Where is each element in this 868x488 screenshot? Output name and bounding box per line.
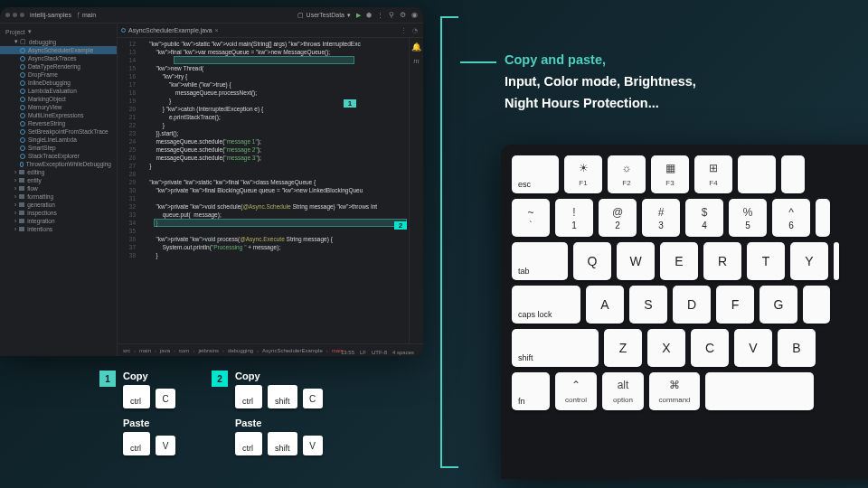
tree-item[interactable]: LambdaEvaluation [0,87,117,95]
project-panel-header[interactable]: Project ▾ [0,26,117,37]
keyboard-key[interactable]: !1 [555,199,593,237]
keyboard-key[interactable]: ☼F2 [608,155,646,193]
tree-folder[interactable]: › entity [0,176,117,184]
keyboard-key[interactable]: E [660,242,698,280]
callout-badge-1: 1 [344,99,356,108]
keyboard-key[interactable] [705,372,814,410]
bell-icon[interactable]: 🔔 [411,43,421,52]
keyboard-key[interactable]: #3 [642,199,680,237]
keyboard-key[interactable] [738,155,776,193]
tree-item[interactable]: AsyncStackTraces [0,54,117,62]
titlebar: intellij-samples ᚶ main ▢ UserTestData ▾… [0,7,423,23]
settings-icon[interactable]: ⚙ [400,11,406,19]
more-icon[interactable]: ⋮ [377,12,383,19]
keyboard-key[interactable]: ▦F3 [651,155,689,193]
tree-item[interactable]: DropFrame [0,70,117,79]
project-name[interactable]: intellij-samples [30,12,71,18]
shortcuts-panel: 1 Copy ctrlC Paste ctrlV 2 Copy ctrlshif… [99,371,323,455]
tree-item[interactable]: SetBreakpointFromStackTrace [0,127,117,136]
keyboard-key[interactable]: esc [512,155,559,193]
debug-icon[interactable]: ⬢ [366,12,372,19]
file-tab[interactable]: AsyncSchedulerExample.java× [121,27,219,33]
keyboard-key[interactable]: A [586,286,624,324]
tree-item[interactable]: InlineDebugging [0,79,117,87]
keyboard-key[interactable]: caps lock [512,286,580,324]
tree-folder[interactable]: › integration [0,217,117,225]
keyboard-key[interactable]: F [716,286,754,324]
keyboard-key[interactable]: ⌘command [649,372,700,410]
keyboard-key[interactable]: fn [512,372,550,410]
callout-bracket [440,16,458,468]
project-sidebar: Project ▾ ▾ ▢ debugging AsyncSchedulerEx… [0,23,118,356]
copy-label: Copy [235,371,323,381]
tree-folder[interactable]: › intentions [0,225,117,233]
tree-item[interactable]: MultiLineExpressions [0,111,117,119]
keyboard-key[interactable]: Z [604,329,642,367]
ai-icon[interactable]: m [413,57,420,65]
tree-folder[interactable]: › inspections [0,209,117,217]
keyboard-key[interactable]: X [647,329,685,367]
tree-folder[interactable]: › editing [0,168,117,176]
bell-icon[interactable]: ⋮ [401,27,407,34]
keyboard-key[interactable]: Q [573,242,611,280]
run-icon[interactable]: ▶ [356,12,361,19]
tree-folder[interactable]: ▾ ▢ debugging [0,37,117,46]
code-editor[interactable]: 1213141516171819202122232425262728293031… [118,38,423,343]
close-icon[interactable]: × [215,27,219,33]
tree-item[interactable]: SingleLineLambda [0,136,117,144]
notif-icon[interactable]: ◔ [412,27,418,34]
keyboard-key[interactable]: B [778,329,816,367]
editor-right-gutter: 🔔 m [409,38,423,343]
user-icon[interactable]: ◉ [411,11,418,19]
keyboard-key[interactable]: C [691,329,729,367]
shortcut-badge-1: 1 [99,371,116,387]
window-controls[interactable] [5,13,24,17]
key-C: C [303,389,323,408]
tree-item[interactable]: DataTypeRendering [0,62,117,70]
keyboard-key[interactable] [803,286,830,324]
key-V: V [303,436,323,455]
keyboard: esc☀F1☼F2▦F3⊞F4~`!1@2#3$4%5^6tabQWERTYca… [501,145,868,479]
keyboard-key[interactable]: tab [512,242,568,280]
keyboard-key[interactable]: altoption [602,372,644,410]
keyboard-key[interactable]: ⌃control [555,372,597,410]
tree-item[interactable]: StackTraceExplorer [0,152,117,160]
keyboard-key[interactable]: Y [790,242,828,280]
tree-folder[interactable]: › formatting [0,192,117,201]
keyboard-key[interactable] [816,199,830,237]
keyboard-key[interactable]: ~` [512,199,550,237]
key-V: V [156,436,175,455]
keyboard-key[interactable]: W [617,242,655,280]
key-ctrl: ctrl [123,432,150,455]
paste-label: Paste [123,418,175,428]
keyboard-key[interactable]: V [734,329,772,367]
tree-item[interactable]: AsyncSchedulerExample [0,46,117,54]
tree-folder[interactable]: › flow [0,184,117,192]
keyboard-key[interactable]: ⊞F4 [694,155,732,193]
keyboard-key[interactable]: ☀F1 [564,155,602,193]
keyboard-key[interactable] [781,155,805,193]
tree-item[interactable]: ReverseString [0,119,117,127]
keyboard-key[interactable]: D [673,286,711,324]
search-icon[interactable]: ⚲ [389,11,394,19]
callout-badge-2: 2 [394,221,407,230]
key-shift: shift [268,432,297,455]
keyboard-key[interactable]: @2 [599,199,637,237]
keyboard-key[interactable]: S [629,286,667,324]
tree-item[interactable]: SmartStep [0,144,117,152]
git-branch[interactable]: ᚶ main [77,12,96,18]
tree-item[interactable]: ThrowExceptionWhileDebugging [0,160,117,168]
keyboard-key[interactable]: $4 [685,199,723,237]
keyboard-key[interactable] [834,242,839,280]
keyboard-key[interactable]: ^6 [772,199,810,237]
tree-folder[interactable]: › generation [0,201,117,209]
run-config[interactable]: ▢ UserTestData ▾ [297,12,351,19]
ide-window: intellij-samples ᚶ main ▢ UserTestData ▾… [0,7,423,356]
tree-item[interactable]: MarkingObject [0,95,117,103]
keyboard-key[interactable]: T [747,242,785,280]
tree-item[interactable]: MemoryView [0,103,117,111]
keyboard-key[interactable]: R [703,242,741,280]
keyboard-key[interactable]: shift [512,329,599,367]
keyboard-key[interactable]: G [760,286,797,324]
keyboard-key[interactable]: %5 [729,199,767,237]
